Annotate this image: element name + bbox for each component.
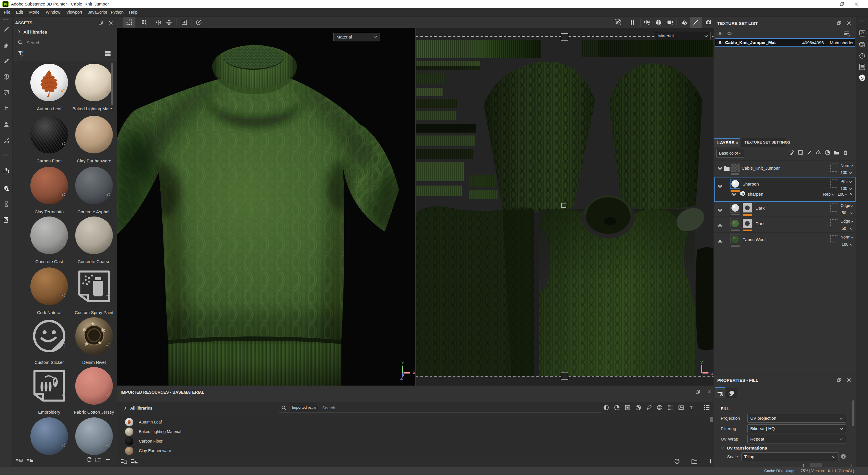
svg-text:1: 1	[728, 32, 730, 35]
svg-text:Sharpen: Sharpen	[742, 181, 759, 186]
svg-text:Dark: Dark	[755, 206, 765, 210]
svg-text:Norm: Norm	[840, 235, 850, 239]
svg-text:Y: Y	[401, 360, 404, 365]
svg-text:Cable_Knit_Jumper: Cable_Knit_Jumper	[742, 166, 780, 171]
svg-text:100: 100	[840, 186, 847, 191]
svg-text:Norm: Norm	[840, 163, 850, 168]
svg-text:Z: Z	[400, 376, 403, 381]
svg-text:Dark: Dark	[755, 221, 765, 226]
svg-text:Fabric Wool: Fabric Wool	[742, 237, 766, 242]
svg-text:Repl: Repl	[823, 192, 832, 197]
svg-text:X: X	[412, 370, 415, 375]
svg-text:V: V	[700, 360, 703, 364]
svg-text:i: i	[843, 455, 844, 458]
svg-text:S: S	[742, 192, 744, 196]
svg-text:Pt: Pt	[4, 3, 7, 6]
svg-text:Cdge: Cdge	[840, 203, 850, 208]
svg-text:sharpen: sharpen	[748, 191, 763, 197]
svg-text:50: 50	[842, 226, 846, 231]
svg-text:100: 100	[840, 170, 847, 175]
svg-text:50: 50	[842, 210, 846, 215]
svg-text:100: 100	[838, 192, 844, 197]
svg-text:Cdge: Cdge	[840, 219, 850, 224]
svg-text:U: U	[710, 371, 713, 376]
svg-text:S: S	[861, 76, 864, 81]
svg-text:Pthr: Pthr	[840, 179, 848, 184]
svg-text:100: 100	[842, 242, 848, 247]
svg-text:T: T	[690, 405, 693, 410]
